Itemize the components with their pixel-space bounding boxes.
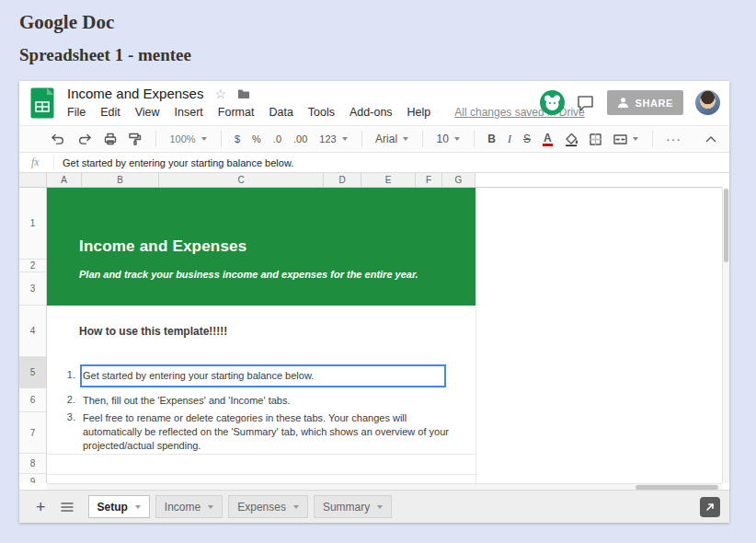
sheet-tab-expenses[interactable]: Expenses	[228, 495, 308, 518]
column-header-f[interactable]: F	[416, 173, 442, 187]
menu-edit[interactable]: Edit	[100, 106, 120, 119]
formula-input[interactable]: Get started by entering your starting ba…	[54, 157, 293, 168]
increase-decimal-button[interactable]: .00	[293, 133, 307, 144]
step-number: 1.	[56, 369, 75, 383]
step-number: 2.	[56, 394, 75, 408]
section-title-cell[interactable]: How to use this template!!!!!	[79, 325, 227, 338]
sheet-tab-menu-caret[interactable]	[135, 505, 141, 509]
banner-title: Income and Expenses	[79, 237, 246, 256]
row-header-1[interactable]: 1	[19, 188, 46, 260]
banner-subtitle: Plan and track your business income and …	[79, 269, 418, 280]
menu-addons[interactable]: Add-ons	[349, 106, 393, 119]
column-header-filler	[475, 173, 722, 187]
star-icon[interactable]: ☆	[214, 87, 226, 100]
collaborator-avatar[interactable]	[540, 90, 565, 115]
folder-icon[interactable]	[237, 88, 250, 99]
sheet-tab-menu-caret[interactable]	[377, 505, 383, 509]
collapse-toolbar-button[interactable]	[705, 135, 716, 143]
add-sheet-button[interactable]: +	[30, 499, 52, 515]
column-header-e[interactable]: E	[361, 173, 416, 187]
font-select[interactable]: Arial	[375, 133, 408, 145]
row-header-2[interactable]: 2	[19, 260, 46, 272]
sheet-tab-income[interactable]: Income	[155, 495, 223, 518]
open-in-new-button[interactable]	[700, 497, 720, 517]
print-button[interactable]	[104, 133, 117, 145]
bold-button[interactable]: B	[487, 133, 496, 145]
row-header-6[interactable]: 6	[19, 388, 46, 412]
spreadsheet-app: Income and Expenses ☆ File Edit View Ins…	[19, 81, 729, 523]
menu-file[interactable]: File	[67, 106, 86, 119]
column-headers: A B C D E F G	[19, 173, 722, 188]
toolbar: 100% $ % .0 .00 123 Arial 10 B I S A ···	[19, 125, 729, 153]
grid-line-row8	[47, 454, 475, 455]
undo-button[interactable]	[51, 133, 65, 144]
step-number: 3.	[56, 411, 75, 453]
grid-area: A B C D E F G 1 2 3 4 5 6 7 8 9	[19, 173, 729, 490]
sheet-tab-menu-caret[interactable]	[208, 505, 213, 509]
share-button[interactable]: SHARE	[607, 90, 683, 115]
document-title[interactable]: Income and Expenses	[67, 86, 203, 101]
row-header-5[interactable]: 5	[19, 357, 46, 388]
step-text: Then, fill out the 'Expenses' and 'Incom…	[83, 394, 450, 408]
sheet-tab-label: Expenses	[237, 501, 286, 514]
active-cell-border[interactable]	[80, 364, 446, 387]
step-text: Feel free to rename or delete categories…	[83, 411, 450, 453]
menu-insert[interactable]: Insert	[175, 106, 203, 119]
borders-button[interactable]	[590, 133, 601, 145]
italic-button[interactable]: I	[508, 133, 511, 146]
row-header-4[interactable]: 4	[19, 306, 46, 357]
column-header-c[interactable]: C	[159, 173, 324, 187]
sheets-logo-icon[interactable]	[30, 87, 54, 119]
grid-line-row9	[47, 474, 475, 475]
redo-button[interactable]	[77, 133, 92, 144]
menu-help[interactable]: Help	[407, 106, 431, 119]
row-header-7[interactable]: 7	[19, 412, 46, 454]
row-gutter: 1 2 3 4 5 6 7 8 9	[19, 188, 47, 483]
sheet-tab-setup[interactable]: Setup	[88, 495, 150, 518]
font-size-select[interactable]: 10	[436, 133, 459, 145]
menu-format[interactable]: Format	[218, 106, 255, 119]
sheet-tab-label: Summary	[323, 501, 370, 514]
format-percent-button[interactable]: %	[252, 133, 261, 144]
paint-format-icon[interactable]	[129, 133, 142, 145]
column-header-d[interactable]: D	[324, 173, 361, 187]
strikethrough-button[interactable]: S	[523, 133, 531, 145]
step-row-3[interactable]: 3. Feel free to rename or delete categor…	[56, 411, 450, 453]
column-header-a[interactable]: A	[47, 173, 82, 187]
grid-line-vertical	[475, 188, 476, 483]
vertical-scrollbar[interactable]	[722, 188, 729, 483]
column-header-b[interactable]: B	[82, 173, 159, 187]
user-avatar[interactable]	[695, 90, 720, 115]
row-header-8[interactable]: 8	[19, 454, 46, 474]
fx-label: fx	[19, 156, 54, 169]
column-header-g[interactable]: G	[442, 173, 475, 187]
number-format-button[interactable]: 123	[319, 133, 347, 144]
zoom-select[interactable]: 100%	[169, 133, 206, 144]
doc-subheading: Spreadsheet 1 - mentee	[19, 45, 191, 65]
menu-tools[interactable]: Tools	[308, 106, 335, 119]
row-header-9[interactable]: 9	[19, 474, 46, 483]
share-label: SHARE	[635, 98, 673, 109]
format-currency-button[interactable]: $	[235, 133, 240, 144]
banner-cell[interactable]: Income and Expenses Plan and track your …	[47, 188, 475, 306]
horizontal-scrollbar[interactable]	[47, 483, 722, 490]
decrease-decimal-button[interactable]: .0	[273, 133, 281, 144]
all-sheets-icon[interactable]	[61, 502, 74, 513]
sheet-tab-label: Income	[165, 501, 200, 514]
menu-data[interactable]: Data	[269, 106, 292, 119]
select-all-corner[interactable]	[19, 173, 47, 187]
sheet-tab-menu-caret[interactable]	[293, 505, 299, 509]
text-color-button[interactable]: A	[543, 133, 553, 146]
menu-view[interactable]: View	[135, 106, 160, 119]
comments-icon[interactable]	[577, 95, 595, 111]
sheet-tab-summary[interactable]: Summary	[314, 495, 392, 518]
vertical-scrollbar-thumb[interactable]	[724, 189, 728, 262]
person-icon	[617, 97, 629, 109]
step-row-2[interactable]: 2. Then, fill out the 'Expenses' and 'In…	[56, 394, 450, 408]
row-header-3[interactable]: 3	[19, 272, 46, 306]
app-header: Income and Expenses ☆ File Edit View Ins…	[19, 81, 729, 125]
more-button[interactable]: ···	[666, 132, 682, 146]
merge-cells-button[interactable]	[613, 134, 638, 144]
fill-color-button[interactable]	[565, 133, 578, 146]
grid-body[interactable]: 1 2 3 4 5 6 7 8 9 Income and Expenses Pl…	[19, 188, 722, 483]
